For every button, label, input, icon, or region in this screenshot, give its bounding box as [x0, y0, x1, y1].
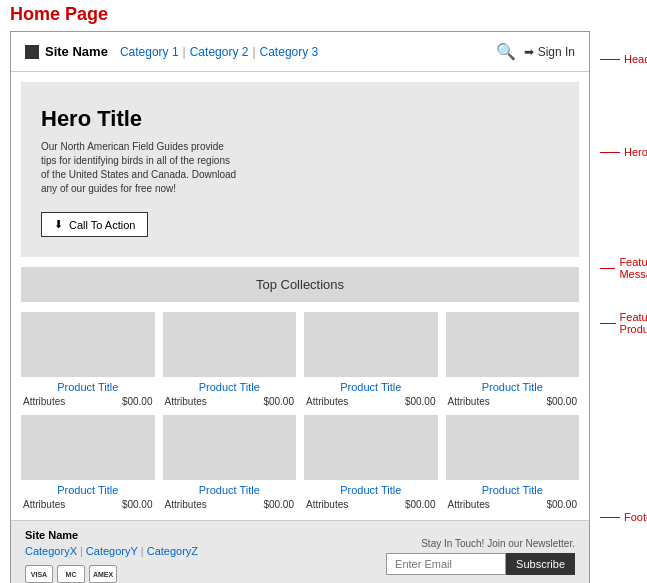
footer-site-name: Site Name: [25, 529, 198, 541]
cta-label: Call To Action: [69, 219, 135, 231]
search-icon[interactable]: 🔍: [496, 42, 516, 61]
product-title-7[interactable]: Product Title: [304, 484, 438, 496]
header-right: 🔍 ➡ Sign In: [496, 42, 575, 61]
product-image-6: [163, 415, 297, 480]
header-section: Site Name Category 1 | Category 2 | Cate…: [11, 32, 589, 72]
products-grid-row1: Product Title Attributes $00.00 Product …: [11, 302, 589, 407]
product-attributes-7: Attributes: [306, 499, 348, 510]
mc-icon: MC: [57, 565, 85, 583]
wireframe: Site Name Category 1 | Category 2 | Cate…: [10, 31, 590, 583]
product-price-2: $00.00: [263, 396, 294, 407]
footer-left: Site Name CategoryX | CategoryY | Catego…: [25, 529, 198, 583]
site-name: Site Name: [25, 44, 108, 59]
nav-link-category3[interactable]: Category 3: [260, 45, 319, 59]
product-details-3: Attributes $00.00: [304, 396, 438, 407]
newsletter-form: Subscribe: [386, 553, 575, 575]
product-image-8: [446, 415, 580, 480]
product-image-1: [21, 312, 155, 377]
product-price-8: $00.00: [546, 499, 577, 510]
footer-label: Footer: [600, 511, 647, 523]
nav-link-category1[interactable]: Category 1: [120, 45, 179, 59]
hero-title: Hero Title: [41, 106, 559, 132]
product-price-6: $00.00: [263, 499, 294, 510]
product-image-5: [21, 415, 155, 480]
footer-nav-categoryy[interactable]: CategoryY: [86, 545, 138, 557]
signin-button[interactable]: ➡ Sign In: [524, 45, 575, 59]
site-name-label: Site Name: [45, 44, 108, 59]
footer-nav: CategoryX | CategoryY | CategoryZ: [25, 545, 198, 557]
product-attributes-8: Attributes: [448, 499, 490, 510]
product-card-3: Product Title Attributes $00.00: [304, 312, 438, 407]
product-price-4: $00.00: [546, 396, 577, 407]
header-label: Header: [600, 53, 647, 65]
hero-section: Hero Title Our North American Field Guid…: [21, 82, 579, 257]
site-logo-icon: [25, 45, 39, 59]
product-attributes-1: Attributes: [23, 396, 65, 407]
nav-link-category2[interactable]: Category 2: [190, 45, 249, 59]
subscribe-button[interactable]: Subscribe: [506, 553, 575, 575]
amex-icon: AMEX: [89, 565, 117, 583]
product-details-7: Attributes $00.00: [304, 499, 438, 510]
product-details-1: Attributes $00.00: [21, 396, 155, 407]
footer-payment-icons: VISA MC AMEX: [25, 565, 198, 583]
footer-section: Site Name CategoryX | CategoryY | Catego…: [11, 520, 589, 583]
download-icon: ⬇: [54, 218, 63, 231]
email-input[interactable]: [386, 553, 506, 575]
product-price-3: $00.00: [405, 396, 436, 407]
featured-message-label-side: Featured Message: [600, 256, 647, 280]
header-nav: Category 1 | Category 2 | Category 3: [120, 45, 318, 59]
products-grid-row2: Product Title Attributes $00.00 Product …: [11, 407, 589, 520]
product-attributes-4: Attributes: [448, 396, 490, 407]
signin-label: Sign In: [538, 45, 575, 59]
product-card-4: Product Title Attributes $00.00: [446, 312, 580, 407]
cta-button[interactable]: ⬇ Call To Action: [41, 212, 148, 237]
hero-label: Hero: [600, 146, 647, 158]
footer-right: Stay In Touch! Join our Newsletter. Subs…: [386, 538, 575, 575]
product-title-6[interactable]: Product Title: [163, 484, 297, 496]
product-attributes-2: Attributes: [165, 396, 207, 407]
product-card-5: Product Title Attributes $00.00: [21, 415, 155, 510]
product-card-1: Product Title Attributes $00.00: [21, 312, 155, 407]
product-price-7: $00.00: [405, 499, 436, 510]
product-card-2: Product Title Attributes $00.00: [163, 312, 297, 407]
footer-nav-categoryx[interactable]: CategoryX: [25, 545, 77, 557]
product-image-3: [304, 312, 438, 377]
product-attributes-5: Attributes: [23, 499, 65, 510]
product-price-5: $00.00: [122, 499, 153, 510]
product-title-4[interactable]: Product Title: [446, 381, 580, 393]
visa-icon: VISA: [25, 565, 53, 583]
featured-message-label: Top Collections: [256, 277, 344, 292]
featured-products-label: Featured Products: [600, 311, 647, 335]
product-image-7: [304, 415, 438, 480]
product-title-5[interactable]: Product Title: [21, 484, 155, 496]
product-details-4: Attributes $00.00: [446, 396, 580, 407]
product-title-2[interactable]: Product Title: [163, 381, 297, 393]
product-details-6: Attributes $00.00: [163, 499, 297, 510]
product-attributes-3: Attributes: [306, 396, 348, 407]
product-title-3[interactable]: Product Title: [304, 381, 438, 393]
product-card-6: Product Title Attributes $00.00: [163, 415, 297, 510]
product-title-8[interactable]: Product Title: [446, 484, 580, 496]
product-price-1: $00.00: [122, 396, 153, 407]
featured-message: Top Collections: [21, 267, 579, 302]
newsletter-label: Stay In Touch! Join our Newsletter.: [421, 538, 575, 549]
signin-icon: ➡: [524, 45, 534, 59]
product-card-8: Product Title Attributes $00.00: [446, 415, 580, 510]
hero-text: Our North American Field Guides provide …: [41, 140, 241, 196]
product-title-1[interactable]: Product Title: [21, 381, 155, 393]
product-image-4: [446, 312, 580, 377]
product-details-5: Attributes $00.00: [21, 499, 155, 510]
footer-nav-categoryz[interactable]: CategoryZ: [147, 545, 198, 557]
body-wrapper: Home Page Site Name Category 1 | Categor…: [0, 0, 647, 583]
product-details-2: Attributes $00.00: [163, 396, 297, 407]
product-image-2: [163, 312, 297, 377]
product-card-7: Product Title Attributes $00.00: [304, 415, 438, 510]
product-details-8: Attributes $00.00: [446, 499, 580, 510]
page-title: Home Page: [0, 0, 647, 31]
product-attributes-6: Attributes: [165, 499, 207, 510]
